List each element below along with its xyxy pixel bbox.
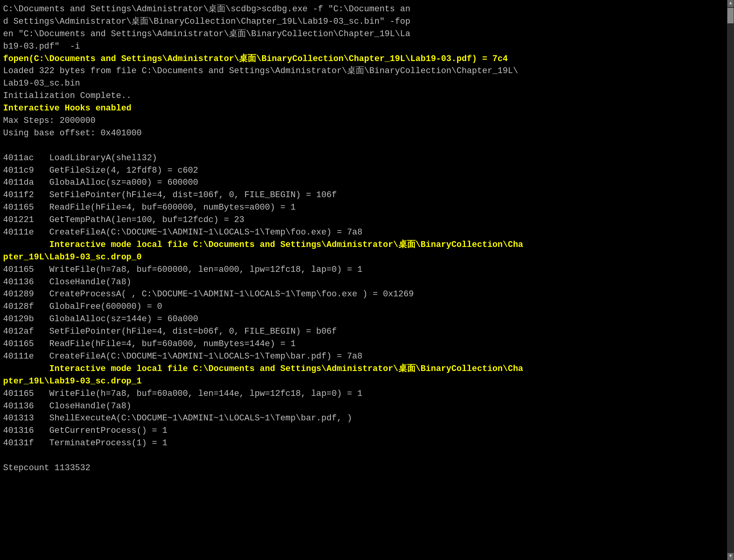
terminal-content: C:\Documents and Settings\Administrator\… [3, 3, 725, 474]
scroll-down-button[interactable]: ▼ [727, 553, 734, 560]
terminal-line: 401313 ShellExecuteA(C:\DOCUME~1\ADMINI~… [3, 412, 725, 425]
terminal-line: 40131f TerminateProcess(1) = 1 [3, 437, 725, 450]
terminal-line: 401165 ReadFile(hFile=4, buf=60a000, num… [3, 338, 725, 350]
terminal-line: 4011c9 GetFileSize(4, 12fdf8) = c602 [3, 164, 725, 177]
terminal-line: Interactive mode local file C:\Documents… [3, 363, 725, 375]
terminal-line: 40129b GlobalAlloc(sz=144e) = 60a000 [3, 313, 725, 326]
terminal-line: 401136 CloseHandle(7a8) [3, 276, 725, 289]
terminal-line: 401221 GetTempPathA(len=100, buf=12fcdc)… [3, 214, 725, 226]
terminal-line: Interactive mode local file C:\Documents… [3, 239, 725, 251]
terminal-line: Interactive Hooks enabled [3, 102, 725, 115]
terminal-line: 401136 CloseHandle(7a8) [3, 400, 725, 413]
terminal-line: en "C:\Documents and Settings\Administra… [3, 28, 725, 40]
terminal-line: 40111e CreateFileA(C:\DOCUME~1\ADMINI~1\… [3, 226, 725, 239]
terminal-line: pter_19L\Lab19-03_sc.drop_0 [3, 251, 725, 264]
terminal-line-empty [3, 450, 725, 462]
scrollbar-thumb[interactable] [727, 8, 734, 23]
terminal-line: 4011f2 SetFilePointer(hFile=4, dist=106f… [3, 189, 725, 201]
terminal-line: 401289 CreateProcessA( , C:\DOCUME~1\ADM… [3, 288, 725, 301]
terminal-line: C:\Documents and Settings\Administrator\… [3, 3, 725, 16]
terminal-line: 401316 GetCurrentProcess() = 1 [3, 425, 725, 437]
terminal-line: 401165 WriteFile(h=7a8, buf=600000, len=… [3, 264, 725, 276]
terminal-line: Initialization Complete.. [3, 90, 725, 102]
terminal-line: b19-03.pdf" -i [3, 40, 725, 53]
terminal-line: 401165 ReadFile(hFile=4, buf=600000, num… [3, 201, 725, 214]
terminal-line: Loaded 322 bytes from file C:\Documents … [3, 65, 725, 77]
terminal-line: d Settings\Administrator\桌面\BinaryCollec… [3, 16, 725, 28]
terminal-line: 4012af SetFilePointer(hFile=4, dist=b06f… [3, 326, 725, 338]
terminal-line: Using base offset: 0x401000 [3, 127, 725, 140]
terminal-line: 401165 WriteFile(h=7a8, buf=60a000, len=… [3, 388, 725, 400]
terminal-line: Lab19-03_sc.bin [3, 77, 725, 90]
terminal-line: Max Steps: 2000000 [3, 115, 725, 127]
terminal-line: 40111e CreateFileA(C:\DOCUME~1\ADMINI~1\… [3, 350, 725, 363]
terminal-line: fopen(C:\Documents and Settings\Administ… [3, 53, 725, 65]
terminal-line: Stepcount 1133532 [3, 462, 725, 474]
terminal-line: 4011da GlobalAlloc(sz=a000) = 600000 [3, 177, 725, 189]
terminal-window: C:\Documents and Settings\Administrator\… [0, 0, 734, 560]
terminal-line: pter_19L\Lab19-03_sc.drop_1 [3, 375, 725, 388]
scrollbar[interactable]: ▲ ▼ [727, 0, 734, 560]
scroll-up-button[interactable]: ▲ [727, 0, 734, 7]
terminal-line: 4011ac LoadLibraryA(shell32) [3, 152, 725, 164]
terminal-line-empty [3, 140, 725, 152]
terminal-line: 40128f GlobalFree(600000) = 0 [3, 301, 725, 313]
